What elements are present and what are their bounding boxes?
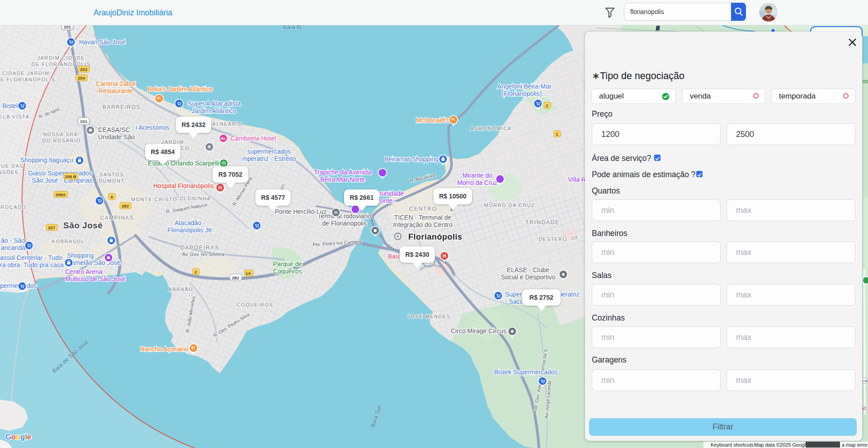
svg-text:Ponte Hercílio Luz: Ponte Hercílio Luz bbox=[275, 208, 326, 215]
svg-text:Centro Arena: Centro Arena bbox=[65, 268, 103, 275]
svg-text:Angeloni Beira-Mar: Angeloni Beira-Mar bbox=[497, 83, 552, 90]
svg-text:Havan São José: Havan São José bbox=[79, 38, 126, 46]
svg-text:282: 282 bbox=[122, 203, 129, 208]
svg-text:Super A Atacadista: Super A Atacadista bbox=[188, 100, 241, 107]
svg-text:ão - São: ão - São bbox=[1, 237, 25, 244]
svg-text:São José: São José bbox=[63, 221, 103, 230]
svg-text:Shopping: Shopping bbox=[67, 252, 94, 259]
svg-text:Shopping Itaguaçu: Shopping Itaguaçu bbox=[20, 156, 73, 164]
svg-text:Hospital Florianópolis: Hospital Florianópolis bbox=[153, 182, 214, 189]
svg-text:1A: 1A bbox=[245, 271, 251, 276]
svg-text:CENTRO: CENTRO bbox=[409, 206, 437, 212]
svg-text:ELASE - Clube: ELASE - Clube bbox=[507, 266, 549, 274]
svg-text:SQUE DAS: SQUE DAS bbox=[0, 163, 24, 169]
svg-text:supermercados: supermercados bbox=[247, 148, 291, 155]
svg-text:CIDADE JARDIM: CIDADE JARDIM bbox=[2, 71, 49, 76]
svg-text:TICEN - Terminal de: TICEN - Terminal de bbox=[394, 214, 452, 221]
svg-text:Integração do Centro: Integração do Centro bbox=[393, 221, 453, 228]
svg-text:JARDIM CIDADE: JARDIM CIDADE bbox=[37, 55, 85, 61]
svg-text:Atacadão -: Atacadão - bbox=[175, 219, 205, 226]
svg-text:de Florianópolis: de Florianópolis bbox=[322, 220, 367, 227]
svg-text:Rancho Açoriano: Rancho Açoriano bbox=[140, 345, 189, 353]
svg-text:i Acessórios: i Acessórios bbox=[136, 124, 170, 131]
svg-text:assol Centerlar - Tudo: assol Centerlar - Tudo bbox=[0, 254, 62, 261]
svg-text:MORRO DA CRUZ: MORRO DA CRUZ bbox=[484, 203, 535, 208]
svg-text:206 B: 206 B bbox=[65, 174, 76, 179]
svg-text:Mirante do: Mirante do bbox=[462, 172, 492, 179]
svg-text:204: 204 bbox=[78, 75, 85, 80]
svg-text:1: 1 bbox=[556, 132, 558, 137]
svg-text:Bistek: Bistek bbox=[2, 102, 20, 109]
svg-text:os: os bbox=[863, 78, 868, 85]
svg-text:BALNEÁRIO: BALNEÁRIO bbox=[208, 121, 243, 127]
svg-text:DUMONT: DUMONT bbox=[99, 178, 124, 184]
svg-text:COQUEIROS: COQUEIROS bbox=[237, 302, 274, 307]
svg-text:McDonald's: McDonald's bbox=[416, 117, 449, 124]
svg-text:Cantina Zabot: Cantina Zabot bbox=[96, 80, 136, 87]
svg-text:(Florianópolis)...: (Florianópolis)... bbox=[502, 90, 547, 97]
svg-text:ABRAÃO: ABRAÃO bbox=[169, 287, 193, 292]
svg-text:DE FLORIANÓPOLIS: DE FLORIANÓPOLIS bbox=[0, 77, 55, 82]
svg-text:CAMPINAS: CAMPINAS bbox=[100, 215, 134, 221]
svg-text:SANTOS: SANTOS bbox=[99, 172, 124, 177]
svg-text:AGRONÔMICA: AGRONÔMICA bbox=[470, 126, 511, 131]
svg-text:Morro da Cruz: Morro da Cruz bbox=[457, 179, 497, 186]
svg-text:101: 101 bbox=[64, 25, 71, 29]
svg-text:203: 203 bbox=[80, 67, 87, 72]
svg-text:2: 2 bbox=[194, 269, 197, 274]
svg-text:Google: Google bbox=[5, 433, 31, 441]
svg-text:- Jardim Atlântico: - Jardim Atlântico bbox=[188, 107, 236, 114]
svg-text:Baía N: Baía N bbox=[283, 25, 301, 30]
svg-text:TRINDADE: TRINDADE bbox=[525, 219, 560, 226]
svg-text:Florianópolis JK: Florianópolis JK bbox=[167, 226, 212, 234]
svg-text:Coqueiros: Coqueiros bbox=[273, 268, 302, 275]
svg-text:ANSÕES: ANSÕES bbox=[0, 170, 19, 175]
svg-text:DO ROSARIO: DO ROSARIO bbox=[42, 138, 80, 143]
svg-text:CAPOEIRAS: CAPOEIRAS bbox=[180, 245, 219, 251]
svg-text:Av. Gov. Ivo Silveira: Av. Gov. Ivo Silveira bbox=[182, 251, 224, 257]
svg-text:207: 207 bbox=[48, 225, 55, 230]
svg-text:Multiuso de São José: Multiuso de São José bbox=[65, 275, 126, 283]
svg-text:2: 2 bbox=[546, 103, 548, 108]
svg-text:BELA VISTA: BELA VISTA bbox=[0, 114, 29, 119]
svg-text:Baía: Baía bbox=[388, 253, 401, 260]
svg-text:Circo Mirage Circus: Circo Mirage Circus bbox=[451, 327, 506, 335]
svg-text:JOSÉ MENDES: JOSÉ MENDES bbox=[407, 314, 450, 319]
svg-text:CEASA/SC -: CEASA/SC - bbox=[98, 126, 134, 133]
svg-text:Beiramar Shopping: Beiramar Shopping bbox=[384, 156, 439, 163]
svg-text:Unidade São .: Unidade São . bbox=[98, 133, 138, 141]
svg-text:206A: 206A bbox=[56, 192, 66, 197]
svg-text:101: 101 bbox=[80, 119, 88, 124]
svg-text:Beira Mar Norte: Beira Mar Norte bbox=[321, 176, 365, 183]
svg-text:KOBRASOL: KOBRASOL bbox=[52, 239, 85, 244]
svg-text:ra obra. Tudo pra casa: ra obra. Tudo pra casa bbox=[0, 261, 64, 269]
svg-text:Trapiche da Avenida: Trapiche da Avenida bbox=[314, 169, 372, 176]
svg-text:Boka's Jardim Atlântico: Boka's Jardim Atlântico bbox=[147, 85, 213, 93]
svg-text:Giassi Supermercados: Giassi Supermercados bbox=[28, 170, 92, 177]
svg-text:Restaurante: Restaurante bbox=[99, 87, 133, 94]
svg-text:BARREIROS: BARREIROS bbox=[103, 104, 141, 110]
svg-text:mperatriz - Estreito: mperatriz - Estreito bbox=[242, 155, 296, 162]
svg-text:Ponte...: Ponte... bbox=[376, 197, 398, 204]
svg-text:Bistek Supermercados: Bistek Supermercados bbox=[494, 368, 558, 376]
svg-text:Camelão São José: Camelão São José bbox=[67, 259, 121, 266]
svg-text:Parque de: Parque de bbox=[273, 260, 302, 268]
svg-text:UF: UF bbox=[571, 235, 579, 241]
svg-text:Social e Desportivo: Social e Desportivo bbox=[501, 274, 556, 281]
svg-text:COLONINHA: COLONINHA bbox=[175, 196, 211, 201]
svg-text:Florianópolis: Florianópolis bbox=[408, 232, 462, 241]
svg-text:Cambirela Hotel: Cambirela Hotel bbox=[231, 135, 276, 142]
svg-text:MONTE CRISTO: MONTE CRISTO bbox=[131, 197, 177, 202]
svg-text:DESTERO: DESTERO bbox=[538, 236, 567, 242]
svg-text:4: 4 bbox=[110, 194, 113, 199]
svg-text:munidade: munidade bbox=[376, 190, 404, 197]
svg-text:ROÇADO: ROÇADO bbox=[0, 204, 26, 210]
svg-text:282: 282 bbox=[232, 275, 239, 280]
svg-text:- São José - Campinas: - São José - Campinas bbox=[28, 177, 92, 184]
svg-text:NOSSA SRA.: NOSSA SRA. bbox=[43, 132, 80, 137]
